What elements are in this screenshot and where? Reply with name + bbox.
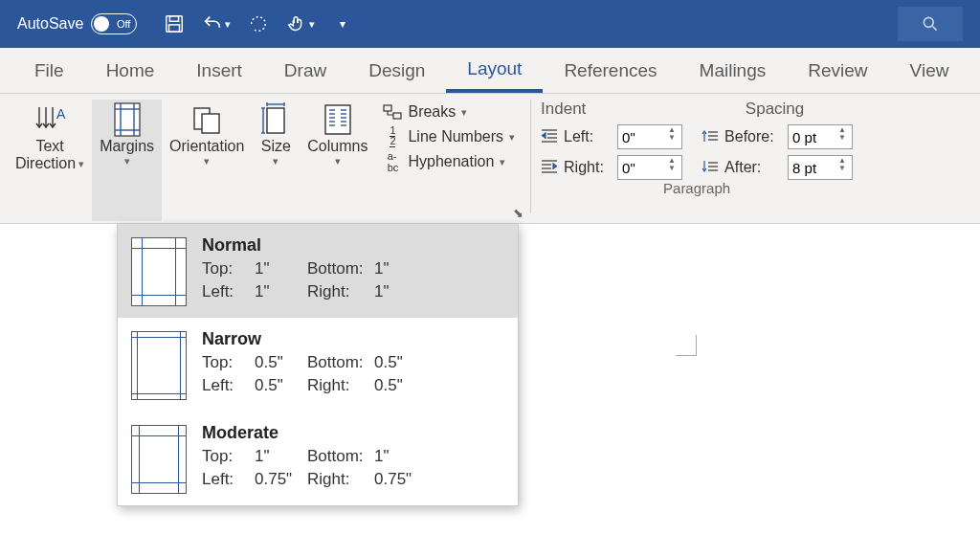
chevron-down-icon: ▾ — [309, 18, 315, 31]
svg-rect-2 — [169, 25, 180, 32]
redo-icon[interactable] — [248, 13, 269, 34]
indent-right-input[interactable]: 0"▲▼ — [617, 155, 682, 180]
tab-file[interactable]: File — [13, 48, 85, 93]
margin-thumb-icon — [131, 331, 187, 400]
hyphenation-icon: a-bc — [383, 153, 402, 170]
page-corner-mark — [676, 335, 697, 356]
svg-rect-34 — [384, 105, 391, 111]
spacing-before-input[interactable]: 0 pt▲▼ — [788, 124, 853, 149]
toggle-state: Off — [117, 18, 130, 30]
orientation-icon — [190, 103, 223, 136]
search-button[interactable] — [898, 7, 963, 41]
chevron-down-icon: ▾ — [500, 156, 505, 168]
chevron-down-icon: ▾ — [78, 158, 84, 170]
margin-option-title: Normal — [202, 235, 504, 256]
svg-rect-1 — [170, 16, 179, 22]
chevron-down-icon: ▾ — [273, 155, 278, 167]
breaks-icon — [383, 103, 402, 121]
tab-design[interactable]: Design — [347, 48, 446, 93]
tab-home[interactable]: Home — [85, 48, 176, 93]
spacing-header: Spacing — [697, 100, 853, 119]
undo-button[interactable]: ▾ — [202, 13, 231, 34]
size-icon — [259, 103, 292, 136]
title-bar: AutoSave Off ▾ ▾ ▾ — [0, 0, 980, 48]
toggle-knob — [94, 16, 109, 32]
margin-thumb-icon — [131, 237, 187, 306]
indent-left-input[interactable]: 0"▲▼ — [617, 124, 682, 149]
document-area[interactable] — [519, 224, 980, 557]
ribbon: A TextDirection▾ Margins▾ Orientation▾ — [0, 94, 980, 224]
chevron-down-icon: ▾ — [509, 131, 515, 144]
autosave-label: AutoSave — [17, 15, 83, 33]
spacing-after-icon — [702, 159, 719, 176]
chevron-down-icon: ▾ — [124, 155, 130, 167]
margin-thumb-icon — [131, 425, 187, 494]
page-setup-group: A TextDirection▾ Margins▾ Orientation▾ — [0, 94, 530, 223]
svg-text:A: A — [56, 106, 66, 122]
indent-right-icon — [541, 159, 558, 176]
save-icon[interactable] — [164, 13, 185, 34]
svg-line-4 — [933, 27, 937, 31]
customize-qat-icon[interactable]: ▾ — [332, 13, 353, 34]
columns-icon — [322, 103, 354, 136]
margin-option-title: Moderate — [202, 423, 504, 443]
line-numbers-button[interactable]: 12 Line Numbers▾ — [381, 126, 517, 147]
quick-access-toolbar: ▾ ▾ ▾ — [164, 13, 353, 34]
indent-left-icon — [541, 128, 558, 145]
autosave-control[interactable]: AutoSave Off — [17, 13, 137, 34]
page-setup-dialog-launcher[interactable]: ⬊ — [513, 206, 526, 219]
ribbon-tabs: File Home Insert Draw Design Layout Refe… — [0, 48, 980, 94]
paragraph-group: Indent Spacing Left: 0"▲▼ Before: 0 pt▲▼… — [531, 94, 862, 223]
spacing-before-icon — [702, 128, 719, 145]
tab-draw[interactable]: Draw — [263, 48, 347, 93]
tab-mailings[interactable]: Mailings — [679, 48, 788, 93]
chevron-down-icon: ▾ — [204, 155, 210, 167]
tab-review[interactable]: Review — [787, 48, 888, 93]
chevron-down-icon: ▾ — [335, 155, 341, 167]
spacing-after-input[interactable]: 8 pt▲▼ — [788, 155, 853, 180]
hyphenation-button[interactable]: a-bc Hyphenation▾ — [381, 151, 517, 172]
margins-button[interactable]: Margins▾ — [92, 100, 162, 221]
autosave-toggle[interactable]: Off — [91, 13, 137, 34]
orientation-button[interactable]: Orientation▾ — [162, 100, 252, 221]
margins-dropdown: Normal Top:1"Bottom:1" Left:1"Right:1" N… — [117, 224, 519, 506]
svg-rect-15 — [202, 114, 219, 133]
chevron-down-icon: ▾ — [225, 18, 231, 31]
columns-button[interactable]: Columns▾ — [300, 100, 375, 221]
margins-option-moderate[interactable]: Moderate Top:1"Bottom:1" Left:0.75"Right… — [118, 412, 518, 505]
tab-references[interactable]: References — [543, 48, 678, 93]
tab-layout[interactable]: Layout — [446, 48, 543, 93]
touch-mode-button[interactable]: ▾ — [286, 13, 315, 34]
svg-rect-9 — [115, 103, 140, 136]
margin-option-title: Narrow — [202, 329, 504, 349]
tab-insert[interactable]: Insert — [175, 48, 263, 93]
indent-header: Indent — [541, 100, 697, 119]
breaks-button[interactable]: Breaks▾ — [381, 101, 517, 123]
text-direction-icon: A — [33, 103, 66, 136]
svg-point-3 — [924, 17, 933, 27]
svg-rect-23 — [325, 105, 350, 134]
margins-option-narrow[interactable]: Narrow Top:0.5"Bottom:0.5" Left:0.5"Righ… — [118, 318, 518, 412]
size-button[interactable]: Size▾ — [252, 100, 300, 221]
chevron-down-icon: ▾ — [461, 106, 467, 119]
svg-rect-35 — [393, 113, 401, 119]
text-direction-button[interactable]: A TextDirection▾ — [8, 100, 92, 221]
paragraph-group-label: Paragraph — [541, 180, 853, 198]
tab-view[interactable]: View — [889, 48, 970, 93]
margins-icon — [111, 103, 144, 136]
margins-option-normal[interactable]: Normal Top:1"Bottom:1" Left:1"Right:1" — [118, 224, 518, 318]
svg-rect-16 — [267, 108, 284, 133]
line-numbers-icon: 12 — [383, 128, 402, 145]
